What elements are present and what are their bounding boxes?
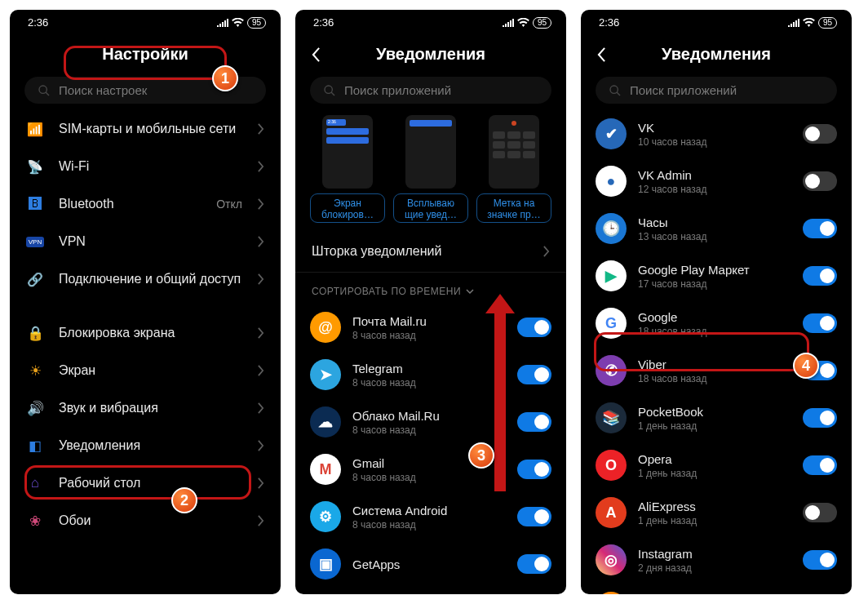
app-subtitle: 8 часов назад: [352, 377, 506, 389]
status-bar: 2:36 95: [295, 10, 566, 33]
notification-toggle[interactable]: [803, 313, 837, 333]
app-text: GetApps: [352, 557, 506, 571]
notification-toggle[interactable]: [517, 460, 551, 479]
badge-4: 4: [793, 353, 819, 379]
svg-point-4: [610, 86, 618, 93]
settings-row[interactable]: 📡 Wi-Fi: [10, 148, 281, 185]
notification-toggle[interactable]: [803, 219, 837, 238]
settings-row[interactable]: 🔒 Блокировка экрана: [10, 314, 281, 352]
app-row[interactable]: G Google 18 часов назад: [581, 300, 852, 347]
app-icon: ▶: [596, 260, 627, 291]
notification-toggle[interactable]: [803, 408, 837, 428]
settings-row[interactable]: 🔊 Звук и вибрация: [10, 389, 281, 427]
notification-toggle[interactable]: [803, 266, 837, 286]
settings-list[interactable]: 📶 SIM-карты и мобильные сети 📡 Wi-Fi 🅱 B…: [10, 110, 281, 594]
chevron-right-icon: [257, 477, 264, 489]
page-title: Уведомления: [334, 45, 528, 64]
battery-icon: 95: [818, 17, 837, 29]
chevron-right-icon: [257, 515, 264, 526]
notification-toggle[interactable]: [803, 503, 837, 522]
app-subtitle: 1 день назад: [638, 468, 791, 479]
app-icon: O: [596, 450, 627, 481]
app-row[interactable]: 🕒 Часы 13 часов назад: [581, 205, 852, 252]
status-time: 2:36: [28, 16, 48, 29]
style-floating[interactable]: Всплываю щие увед…: [393, 115, 468, 223]
app-row[interactable]: ➤ Telegram 8 часов назад: [295, 351, 566, 398]
search-icon: [323, 84, 336, 97]
search-input[interactable]: Поиск приложений: [310, 77, 551, 104]
style-badge[interactable]: Метка на значке пр…: [476, 115, 551, 223]
app-row[interactable]: ⚙ Система Android 8 часов назад: [295, 493, 566, 540]
app-subtitle: 1 день назад: [638, 515, 791, 526]
app-row[interactable]: ▣ GetApps: [295, 540, 566, 588]
app-text: VK Admin 12 часов назад: [638, 168, 791, 195]
app-row[interactable]: ● VK Admin 12 часов назад: [581, 158, 852, 205]
app-text: AliExpress 1 день назад: [638, 500, 791, 526]
app-icon: 🕒: [596, 213, 627, 244]
app-row[interactable]: M Gmail 8 часов назад: [295, 446, 566, 493]
settings-row[interactable]: ☀ Экран: [10, 352, 281, 389]
search-input[interactable]: Поиск приложений: [596, 77, 837, 104]
notification-toggle[interactable]: [803, 455, 837, 475]
notification-toggle[interactable]: [517, 365, 551, 384]
svg-line-1: [46, 92, 49, 95]
notification-toggle[interactable]: [803, 171, 837, 191]
app-text: Почта Mail.ru 8 часов назад: [352, 314, 506, 341]
app-name: QIWI: [638, 594, 791, 595]
app-subtitle: 12 часов назад: [638, 184, 791, 195]
notification-toggle[interactable]: [517, 554, 551, 574]
notification-shade-label: Шторка уведомлений: [312, 244, 441, 259]
battery-icon: 95: [247, 17, 266, 29]
notification-toggle[interactable]: [517, 507, 551, 526]
app-icon: @: [310, 312, 341, 343]
notification-toggle[interactable]: [803, 550, 837, 570]
app-row[interactable]: ☁ Облако Mail.Ru 8 часов назад: [295, 398, 566, 446]
app-row[interactable]: @ Почта Mail.ru 8 часов назад: [295, 304, 566, 351]
chevron-right-icon: [257, 365, 264, 376]
app-name: VK: [638, 121, 791, 135]
app-subtitle: 8 часов назад: [352, 330, 506, 341]
app-icon: ☁: [310, 406, 341, 437]
settings-row[interactable]: ⌂ Рабочий стол: [10, 464, 281, 502]
app-list[interactable]: @ Почта Mail.ru 8 часов назад ➤ Telegram…: [295, 304, 566, 594]
app-row[interactable]: ◎ Instagram 2 дня назад: [581, 536, 852, 584]
wifi-icon: [517, 18, 529, 27]
settings-row[interactable]: 📶 SIM-карты и мобильные сети: [10, 110, 281, 148]
app-name: GetApps: [352, 557, 506, 571]
app-icon: A: [596, 497, 627, 528]
row-icon: ❀: [26, 512, 44, 530]
app-list[interactable]: ✔ VK 10 часов назад ● VK Admin 12 часов …: [581, 110, 852, 594]
app-row[interactable]: 📚 PocketBook 1 день назад: [581, 394, 852, 442]
app-row[interactable]: O Opera 1 день назад: [581, 442, 852, 489]
notification-shade-row[interactable]: Шторка уведомлений: [295, 231, 566, 273]
notification-toggle[interactable]: [803, 124, 837, 144]
app-text: QIWI 2 дня назад: [638, 594, 791, 595]
notification-toggle[interactable]: [517, 412, 551, 432]
app-row[interactable]: ✔ VK 10 часов назад: [581, 110, 852, 158]
app-name: Opera: [638, 452, 791, 466]
settings-row[interactable]: 🔗 Подключение и общий доступ: [10, 260, 281, 298]
row-label: Блокировка экрана: [59, 326, 242, 340]
chevron-right-icon: [257, 440, 264, 451]
back-button[interactable]: [597, 47, 606, 62]
sort-label[interactable]: СОРТИРОВАТЬ ПО ВРЕМЕНИ: [295, 273, 566, 304]
app-row[interactable]: ▶ Google Play Маркет 17 часов назад: [581, 252, 852, 300]
row-label: Уведомления: [59, 438, 242, 453]
settings-row[interactable]: 🅱 Bluetooth Откл: [10, 185, 281, 223]
notification-toggle[interactable]: [517, 318, 551, 337]
phone-screen-1: 2:36 95 Настройки 1 Поиск настроек 📶 SIM…: [10, 10, 281, 594]
settings-row[interactable]: VPN VPN: [10, 223, 281, 260]
app-name: Система Android: [352, 504, 506, 517]
app-row[interactable]: Q QIWI 2 дня назад: [581, 584, 852, 594]
row-value: Откл: [216, 198, 242, 211]
row-icon: 🅱: [26, 195, 44, 213]
app-text: Telegram 8 часов назад: [352, 362, 506, 389]
app-name: Instagram: [638, 547, 791, 561]
back-button[interactable]: [312, 47, 321, 62]
app-icon: ●: [596, 166, 627, 197]
settings-row[interactable]: ❀ Обои: [10, 502, 281, 540]
notifications-row[interactable]: ◧ Уведомления: [10, 427, 281, 464]
row-label: Wi-Fi: [59, 159, 242, 174]
app-row[interactable]: A AliExpress 1 день назад: [581, 489, 852, 536]
style-lockscreen[interactable]: 2:36 Экран блокиров…: [310, 115, 385, 223]
